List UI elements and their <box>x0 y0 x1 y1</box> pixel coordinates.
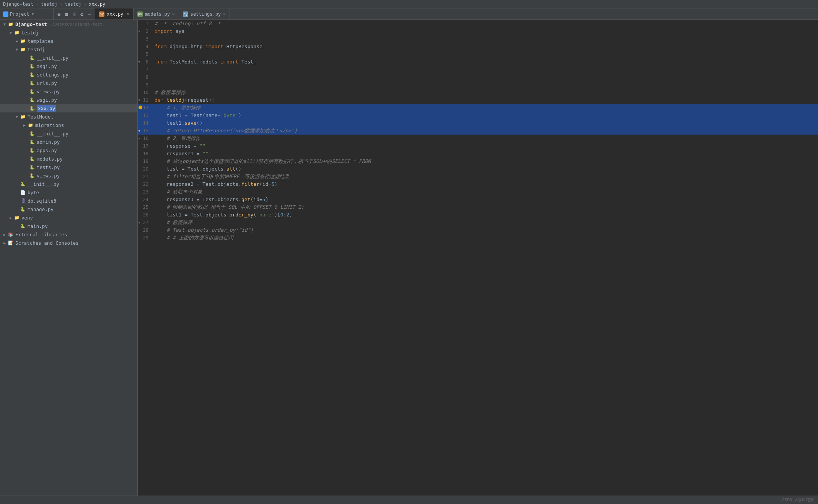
editor-area[interactable]: 1 # -*- coding: utf-8 -*- ▼ 2 import sys… <box>138 20 818 496</box>
sqlite-icon: 🗄 <box>20 198 26 204</box>
expand-arrow-migrations[interactable]: ▶ <box>21 122 28 128</box>
code-line-23: 23 # 获取单个对象 <box>138 188 818 196</box>
line-content-18: response1 = "" <box>153 150 818 158</box>
py-icon-manage: 🐍 <box>20 206 26 212</box>
tab-close-settings-py[interactable]: ✕ <box>223 11 226 16</box>
code-line-20: 20 list = Test.objects.all() <box>138 165 818 173</box>
expand-arrow-venv[interactable]: ▶ <box>8 215 14 221</box>
toolbar-icon-expand-all[interactable]: ≣ <box>71 11 77 17</box>
fold-arrow-11[interactable]: ▼ <box>138 98 142 102</box>
folder-icon-templates: 📁 <box>20 38 26 44</box>
sidebar-item-byte[interactable]: 📄 byte <box>0 188 137 197</box>
line-content-8 <box>153 73 818 81</box>
sidebar-item-admin-py[interactable]: 🐍 admin.py <box>0 138 137 146</box>
tab-close-models-py[interactable]: ✕ <box>172 11 175 16</box>
sidebar-label-sqlite: db.sqlite3 <box>28 198 56 204</box>
sidebar-label-settings: settings.py <box>37 72 68 78</box>
py-icon-init-1: 🐍 <box>29 55 35 61</box>
line-num-13: 13 <box>138 112 153 119</box>
sidebar-label-testmodel: TestModel <box>28 114 54 120</box>
sidebar-item-tests-py[interactable]: 🐍 tests.py <box>0 163 137 171</box>
tab-settings-py[interactable]: py settings.py ✕ <box>179 8 230 20</box>
toolbar-icon-collapse-all[interactable]: ≡ <box>64 11 70 17</box>
line-num-20: 20 <box>138 165 153 173</box>
sidebar-item-init-root[interactable]: 🐍 __init__.py <box>0 180 137 188</box>
tab-xxx-py[interactable]: py xxx.py ✕ <box>95 8 134 20</box>
sidebar-label-django-test: Django-test <box>15 21 47 27</box>
breadcrumb-item-2[interactable]: testdj <box>41 2 57 7</box>
sidebar-label-external: External Libraries <box>15 232 67 237</box>
expand-arrow-django-test[interactable]: ▼ <box>2 21 8 27</box>
fold-arrow-15[interactable]: ▼ <box>138 128 142 133</box>
breadcrumb-item-3[interactable]: testdj <box>65 2 81 7</box>
breadcrumb-item-current[interactable]: xxx.py <box>89 2 105 7</box>
no-arrow-byte <box>14 189 20 195</box>
tab-close-xxx-py[interactable]: ✕ <box>127 11 129 16</box>
sidebar-item-wsgi-py[interactable]: 🐍 wsgi.py <box>0 96 137 104</box>
expand-arrow-external[interactable]: ▶ <box>2 231 8 237</box>
fold-arrow-27[interactable]: ▼ <box>138 220 142 225</box>
toolbar-icon-circle[interactable]: ⊕ <box>56 11 62 17</box>
code-line-19: 19 # 通过objects这个模型管理器的all()获得所有数据行，相当于SQ… <box>138 158 818 165</box>
tab-icon-xxx-py: py <box>99 11 104 17</box>
expand-arrow-scratches[interactable]: ▶ <box>2 240 8 246</box>
project-panel[interactable]: Project ▼ <box>0 8 54 20</box>
code-line-7: 7 <box>138 66 818 73</box>
line-content-20: list = Test.objects.all() <box>153 165 818 173</box>
sidebar-item-asgi-py[interactable]: 🐍 asgi.py <box>0 62 137 70</box>
sidebar-item-views-py-inner[interactable]: 🐍 views.py <box>0 87 137 96</box>
breadcrumb-item-1[interactable]: Django-test <box>3 2 33 7</box>
sidebar-item-templates[interactable]: ▶ 📁 templates <box>0 37 137 45</box>
expand-arrow-testdj[interactable]: ▼ <box>8 29 14 36</box>
tab-models-py[interactable]: py models.py ✕ <box>134 8 179 20</box>
sidebar-label-xxx: xxx.py <box>37 105 56 112</box>
tab-icon-settings-py: py <box>183 11 188 17</box>
code-line-18: 18 response1 = "" <box>138 150 818 158</box>
sidebar-item-testdj-inner[interactable]: ▼ 📁 testdj <box>0 45 137 54</box>
sidebar-item-migrations[interactable]: ▶ 📁 migrations <box>0 121 137 129</box>
fold-arrow-6[interactable]: ▼ <box>138 60 142 64</box>
py-icon-urls: 🐍 <box>29 80 35 86</box>
sidebar-item-main-py[interactable]: 🐍 main.py <box>0 222 137 230</box>
toolbar-icons: ⊕ ≡ ≣ ⚙ — <box>54 8 95 20</box>
sidebar-item-venv[interactable]: ▶ 📁 venv <box>0 213 137 222</box>
line-num-22: 22 <box>138 180 153 188</box>
code-line-27: ▼ 27 # 数据排序 <box>138 219 818 226</box>
sidebar-item-xxx-py[interactable]: 🐍 xxx.py <box>0 104 137 112</box>
sidebar-item-models-py[interactable]: 🐍 models.py <box>0 154 137 163</box>
sidebar-label-asgi: asgi.py <box>37 63 57 69</box>
expand-arrow-testdj-inner[interactable]: ▼ <box>14 46 20 52</box>
expand-arrow-testmodel[interactable]: ▼ <box>14 114 20 120</box>
no-arrow-apps <box>23 147 29 153</box>
sidebar-item-testdj-root[interactable]: ▼ 📁 testdj <box>0 28 137 37</box>
line-content-4: from django.http import HttpResponse <box>153 43 818 50</box>
toolbar-icon-minus[interactable]: — <box>86 11 93 17</box>
sidebar-item-apps-py[interactable]: 🐍 apps.py <box>0 146 137 154</box>
folder-icon-testdj-inner: 📁 <box>20 46 26 52</box>
sidebar[interactable]: ▼ 📁 Django-test ~/Desktop/Django-test ▼ … <box>0 20 138 496</box>
sidebar-label-wsgi: wsgi.py <box>37 97 57 103</box>
code-line-13: 13 test1 = Test(name='byte') <box>138 112 818 119</box>
fold-arrow-2[interactable]: ▼ <box>138 29 142 34</box>
sidebar-item-init-testmodel[interactable]: 🐍 __init__.py <box>0 129 137 138</box>
code-line-9: 9 <box>138 81 818 89</box>
sidebar-item-django-test[interactable]: ▼ 📁 Django-test ~/Desktop/Django-test <box>0 20 137 28</box>
expand-arrow-templates[interactable]: ▶ <box>14 38 20 44</box>
sidebar-item-scratches[interactable]: ▶ 📝 Scratches and Consoles <box>0 239 137 247</box>
sidebar-item-settings-py[interactable]: 🐍 settings.py <box>0 70 137 79</box>
line-num-5: 5 <box>138 50 153 58</box>
sidebar-item-urls-py[interactable]: 🐍 urls.py <box>0 79 137 87</box>
code-line-25: 25 # 限制返回的数据 相当于 SQL 中的 OFFSET 0 LIMIT 2… <box>138 203 818 211</box>
sidebar-item-views-py-tm[interactable]: 🐍 views.py <box>0 171 137 180</box>
sidebar-item-testmodel[interactable]: ▼ 📁 TestModel <box>0 112 137 121</box>
sidebar-item-db-sqlite[interactable]: 🗄 db.sqlite3 <box>0 197 137 205</box>
fold-arrow-16[interactable]: ▼ <box>138 136 142 141</box>
breadcrumb-sep-2: › <box>60 2 62 7</box>
no-arrow-views-inner <box>23 88 29 94</box>
sidebar-label-init-tm: __init__.py <box>37 131 68 137</box>
sidebar-label-views-inner: views.py <box>37 89 60 94</box>
sidebar-item-external[interactable]: ▶ 📚 External Libraries <box>0 230 137 239</box>
sidebar-item-manage-py[interactable]: 🐍 manage.py <box>0 205 137 213</box>
toolbar-icon-settings[interactable]: ⚙ <box>79 11 85 17</box>
sidebar-item-init-py-1[interactable]: 🐍 __init__.py <box>0 54 137 62</box>
